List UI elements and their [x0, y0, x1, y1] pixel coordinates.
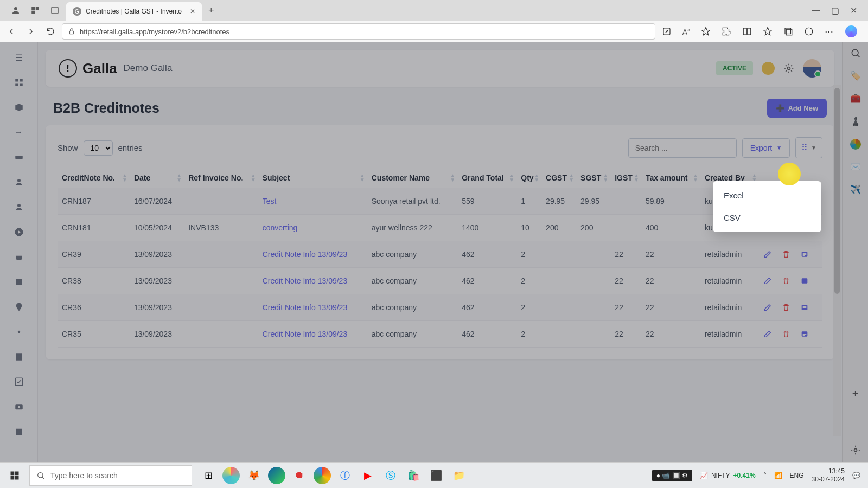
report-icon[interactable] — [14, 351, 24, 362]
more-icon[interactable]: ⋯ — [825, 27, 834, 37]
workspaces-icon[interactable] — [30, 5, 40, 15]
cell-subject[interactable]: converting — [258, 215, 367, 241]
search-input[interactable] — [628, 138, 737, 158]
extensions-icon[interactable] — [722, 27, 731, 36]
ticket-icon[interactable] — [14, 152, 24, 163]
search-edge-icon[interactable] — [850, 48, 861, 59]
user-icon[interactable] — [14, 177, 24, 188]
col-date[interactable]: Date▲▼ — [130, 168, 184, 188]
view-icon[interactable] — [800, 250, 809, 259]
open-external-icon[interactable] — [662, 27, 672, 36]
col-tax[interactable]: Tax amount▲▼ — [641, 168, 700, 188]
send-icon[interactable]: ✈️ — [850, 184, 861, 195]
chrome-icon[interactable] — [314, 467, 331, 484]
table-row[interactable]: CRN181 10/05/2024 INVB133 converting ayu… — [58, 215, 822, 241]
back-icon[interactable] — [7, 27, 16, 36]
table-row[interactable]: CR36 13/09/2023 Credit Note Info 13/09/2… — [58, 294, 822, 321]
settings-nav-icon[interactable] — [14, 326, 24, 337]
lang-indicator[interactable]: ENG — [790, 472, 804, 479]
edge-settings-icon[interactable] — [850, 445, 861, 455]
split-icon[interactable] — [742, 27, 752, 36]
col-customer[interactable]: Customer Name▲▼ — [367, 168, 458, 188]
close-tab-icon[interactable]: ✕ — [190, 8, 195, 15]
dashboard-icon[interactable] — [14, 77, 24, 88]
basket-icon[interactable] — [14, 252, 24, 262]
youtube-icon[interactable]: ▶ — [359, 467, 376, 484]
view-icon[interactable] — [800, 330, 809, 338]
tray-recording[interactable]: ● 📹 🔲 ⚙ — [652, 470, 692, 481]
forward-icon[interactable] — [26, 27, 36, 36]
view-icon[interactable] — [800, 303, 809, 312]
close-window-icon[interactable]: ✕ — [850, 5, 857, 16]
maximize-icon[interactable]: ▢ — [831, 5, 839, 16]
page-size-select[interactable]: 10 — [84, 140, 113, 156]
view-icon[interactable] — [800, 277, 809, 285]
delete-icon[interactable] — [782, 330, 790, 338]
tray-chevron-icon[interactable]: ˄ — [763, 472, 767, 479]
notifications-icon[interactable]: 💬 — [852, 472, 860, 479]
table-row[interactable]: CR39 13/09/2023 Credit Note Info 13/09/2… — [58, 241, 822, 268]
add-new-button[interactable]: ➕ Add New — [767, 99, 827, 118]
minimize-icon[interactable]: — — [812, 5, 820, 16]
outlook-icon[interactable]: ✉️ — [850, 162, 861, 172]
avatar[interactable] — [803, 59, 821, 78]
games-icon[interactable]: ♟️ — [850, 116, 861, 127]
edit-icon[interactable] — [763, 303, 772, 312]
check-icon[interactable] — [14, 376, 24, 387]
explorer-icon[interactable]: 📁 — [450, 467, 468, 484]
store-icon[interactable]: 🛍️ — [405, 467, 422, 484]
favorite-icon[interactable] — [701, 27, 711, 36]
col-credit-no[interactable]: CreditNote No.▲▼ — [58, 168, 130, 188]
box-icon[interactable] — [14, 102, 24, 113]
reload-icon[interactable] — [46, 27, 55, 36]
table-row[interactable]: CR35 13/09/2023 Credit Note Info 13/09/2… — [58, 321, 822, 348]
col-ref[interactable]: Ref Invoice No.▲▼ — [184, 168, 258, 188]
edit-icon[interactable] — [763, 250, 772, 259]
taskbar-search[interactable]: Type here to search — [29, 465, 192, 486]
col-cgst[interactable]: CGST▲▼ — [541, 168, 576, 188]
column-picker-button[interactable]: ⠿ ▼ — [795, 137, 822, 158]
gear-icon[interactable] — [783, 63, 794, 74]
delete-icon[interactable] — [782, 250, 790, 259]
arrow-icon[interactable]: → — [14, 127, 24, 138]
tab-actions-icon[interactable] — [50, 5, 60, 15]
logo[interactable]: ! Galla — [59, 59, 117, 78]
edit-icon[interactable] — [763, 277, 772, 285]
add-tool-icon[interactable]: + — [852, 388, 859, 400]
camera-icon[interactable] — [14, 401, 24, 412]
vertical-scrollbar[interactable] — [833, 85, 841, 436]
calendar-icon[interactable] — [14, 426, 24, 437]
user2-icon[interactable] — [14, 202, 24, 213]
location-icon[interactable] — [14, 301, 24, 312]
cell-subject[interactable]: Credit Note Info 13/09/23 — [258, 241, 367, 268]
start-button[interactable] — [3, 465, 26, 486]
col-grand[interactable]: Grand Total▲▼ — [457, 168, 516, 188]
url-input[interactable]: https://retail.galla.app/mystorev2/b2bcr… — [62, 23, 655, 40]
cell-subject[interactable]: Credit Note Info 13/09/23 — [258, 268, 367, 294]
firefox-icon[interactable]: 🦊 — [245, 467, 263, 484]
menu-icon[interactable]: ☰ — [14, 52, 24, 63]
coin-icon[interactable] — [762, 62, 775, 75]
favorites-bar-icon[interactable] — [763, 27, 773, 36]
collections-icon[interactable] — [783, 27, 793, 36]
col-subject[interactable]: Subject▲▼ — [258, 168, 367, 188]
edge-icon[interactable] — [268, 467, 285, 484]
clock[interactable]: 13:45 30-07-2024 — [812, 467, 845, 483]
profile-icon[interactable] — [11, 5, 21, 15]
cell-subject[interactable]: Credit Note Info 13/09/23 — [258, 321, 367, 348]
skype-icon[interactable]: Ⓢ — [382, 467, 399, 484]
browser-tab[interactable]: G Creditnotes | Galla GST - Invento ✕ — [66, 2, 202, 21]
new-tab-button[interactable]: + — [202, 5, 221, 16]
cell-subject[interactable]: Test — [258, 188, 367, 215]
briefcase-icon[interactable]: 🧰 — [850, 93, 861, 104]
table-row[interactable]: CR38 13/09/2023 Credit Note Info 13/09/2… — [58, 268, 822, 294]
more-nav-icon[interactable] — [14, 227, 24, 237]
export-excel[interactable]: Excel — [713, 184, 821, 207]
stock-widget[interactable]: 📈 NIFTY +0.41% — [700, 472, 756, 479]
export-csv[interactable]: CSV — [713, 207, 821, 229]
edit-icon[interactable] — [763, 330, 772, 338]
shopping-tag-icon[interactable]: 🏷️ — [850, 70, 861, 81]
col-qty[interactable]: Qty▲▼ — [516, 168, 541, 188]
export-button[interactable]: Export ▼ — [742, 138, 790, 158]
browser-tools-icon[interactable] — [804, 27, 814, 36]
